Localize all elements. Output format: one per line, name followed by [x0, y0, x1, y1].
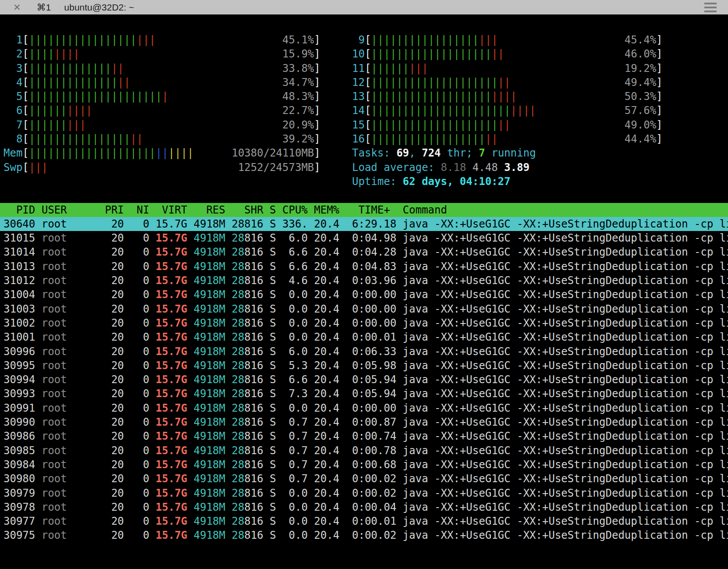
cell-shr-high: 28	[232, 274, 244, 287]
cell-state: S	[270, 487, 282, 499]
cell-virt: 15.7G	[156, 445, 187, 457]
meter-bracket: [	[22, 90, 29, 103]
process-row[interactable]: 30975 root 20 0 15.7G 4918M 28816 S 0.0 …	[0, 528, 728, 542]
cell-user: root	[42, 359, 105, 372]
cell-res: 4918M	[194, 274, 225, 287]
cell-pid: 30994	[4, 373, 42, 386]
meter-ticks-green: ||||||||||||||||||||	[371, 76, 498, 89]
cell-user: root	[42, 501, 105, 513]
spacer	[321, 76, 352, 89]
process-row[interactable]: 30993 root 20 0 15.7G 4918M 28816 S 7.3 …	[0, 387, 728, 401]
meter-bracket: [	[365, 104, 371, 117]
cell-time: 0:00.78	[346, 445, 403, 457]
cell-pid: 31003	[4, 303, 42, 315]
cell-shr-high: 28	[232, 445, 244, 457]
cell-command: java -XX:+UseG1GC -XX:+UseStringDeduplic…	[403, 218, 728, 230]
cell-cpu: 6.0	[282, 345, 314, 358]
spacer	[187, 388, 193, 400]
cell-shr-low: 816	[244, 487, 270, 499]
cell-pid: 30977	[4, 515, 42, 527]
meter-bracket: ]	[314, 90, 320, 103]
cell-mem: 20.4	[314, 515, 346, 527]
cell-pid: 30978	[4, 501, 42, 513]
cell-mem: 20.4	[314, 317, 346, 329]
process-row[interactable]: 31004 root 20 0 15.7G 4918M 28816 S 0.0 …	[0, 288, 728, 302]
cell-state: S	[270, 416, 282, 428]
meter-bracket: [	[22, 34, 29, 46]
process-row[interactable]: 30985 root 20 0 15.7G 4918M 28816 S 0.7 …	[0, 444, 728, 458]
meter-label: 8	[4, 133, 22, 145]
cell-cpu: 0.0	[282, 501, 314, 513]
cell-cpu: 6.6	[282, 373, 314, 386]
process-row[interactable]: 30978 root 20 0 15.7G 4918M 28816 S 0.0 …	[0, 500, 728, 514]
meter-bracket: ]	[656, 62, 662, 75]
meter-bracket: [	[22, 119, 29, 131]
spacer	[187, 416, 193, 428]
cell-mem: 20.4	[314, 416, 346, 428]
cell-pid: 31002	[4, 317, 42, 329]
tab-label[interactable]: ⌘1	[37, 2, 51, 13]
spacer	[225, 246, 232, 258]
process-row[interactable]: 31015 root 20 0 15.7G 4918M 28816 S 6.0 …	[0, 231, 728, 245]
cell-pri: 20	[105, 529, 130, 541]
process-row[interactable]: 30979 root 20 0 15.7G 4918M 28816 S 0.0 …	[0, 486, 728, 500]
cell-ni: 0	[130, 331, 156, 343]
process-row[interactable]: 30640 root 20 0 15.7G 4918M 28816 S 336.…	[0, 217, 728, 231]
spacer	[187, 402, 193, 414]
cell-shr-high: 28	[232, 246, 244, 258]
cell-command: java -XX:+UseG1GC -XX:+UseStringDeduplic…	[403, 515, 728, 527]
process-row[interactable]: 30980 root 20 0 15.7G 4918M 28816 S 0.7 …	[0, 472, 728, 486]
meter-ticks-green: |||||||||||||||||||	[371, 90, 492, 103]
meter-label: 15	[352, 119, 365, 131]
close-icon[interactable]: ✕	[13, 0, 21, 14]
process-row[interactable]: 31002 root 20 0 15.7G 4918M 28816 S 0.0 …	[0, 316, 728, 330]
process-row[interactable]: 31012 root 20 0 15.7G 4918M 28816 S 4.6 …	[0, 274, 728, 288]
hamburger-menu-icon[interactable]	[704, 3, 717, 12]
cell-cpu: 6.6	[282, 260, 314, 273]
process-row[interactable]: 30996 root 20 0 15.7G 4918M 28816 S 6.0 …	[0, 345, 728, 359]
cell-cpu: 0.7	[282, 430, 314, 442]
cell-ni: 0	[130, 430, 156, 442]
process-row[interactable]: 31001 root 20 0 15.7G 4918M 28816 S 0.0 …	[0, 330, 728, 344]
cell-state: S	[270, 345, 282, 358]
meter-bracket: [	[365, 76, 371, 89]
meter-value: 33.8%	[124, 62, 314, 75]
process-row[interactable]: 31014 root 20 0 15.7G 4918M 28816 S 6.6 …	[0, 245, 728, 259]
meter-label: 12	[352, 76, 365, 89]
cell-pid: 31001	[4, 331, 42, 343]
process-row[interactable]: 30994 root 20 0 15.7G 4918M 28816 S 6.6 …	[0, 373, 728, 387]
cell-time: 0:04.28	[346, 246, 403, 258]
cell-res: 4918M	[194, 402, 225, 414]
cell-shr-low: 816	[244, 317, 270, 329]
meter-value: 46.0%	[504, 48, 657, 60]
meter-ticks-green: |||||||||||||||||||||	[29, 90, 162, 103]
meter-ticks-red: |||	[409, 62, 428, 75]
cell-time: 0:05.98	[346, 359, 403, 372]
process-row[interactable]: 30977 root 20 0 15.7G 4918M 28816 S 0.0 …	[0, 514, 728, 528]
meter-bracket: ]	[314, 133, 320, 145]
process-row[interactable]: 31013 root 20 0 15.7G 4918M 28816 S 6.6 …	[0, 260, 728, 274]
process-row[interactable]: 30990 root 20 0 15.7G 4918M 28816 S 0.7 …	[0, 415, 728, 429]
cell-time: 0:04.98	[346, 232, 403, 244]
meter-label: 9	[352, 34, 365, 46]
process-row[interactable]: 30984 root 20 0 15.7G 4918M 28816 S 0.7 …	[0, 458, 728, 472]
cell-pri: 20	[105, 288, 130, 301]
cell-pid: 30975	[4, 529, 42, 541]
cell-virt: 15.7G	[156, 232, 187, 244]
meter-bracket: [	[365, 62, 371, 75]
process-row[interactable]: 30995 root 20 0 15.7G 4918M 28816 S 5.3 …	[0, 359, 728, 373]
cell-shr-low: 816	[244, 529, 270, 541]
table-header-row[interactable]: PID USER PRI NI VIRT RES SHR S CPU% MEM%…	[0, 203, 728, 217]
meter-bracket: ]	[656, 133, 662, 145]
spacer	[187, 430, 193, 442]
process-row[interactable]: 31003 root 20 0 15.7G 4918M 28816 S 0.0 …	[0, 302, 728, 316]
process-row[interactable]: 30991 root 20 0 15.7G 4918M 28816 S 0.0 …	[0, 401, 728, 415]
meter-ticks-red: |	[162, 90, 168, 103]
spacer	[225, 487, 232, 499]
cpu-meter-line: 8[|||||||||||||||||| 39.2%] 16[|||||||||…	[0, 132, 728, 146]
spacer	[321, 34, 352, 46]
cell-time: 0:05.94	[346, 373, 403, 386]
cell-cpu: 4.6	[282, 274, 314, 287]
process-row[interactable]: 30986 root 20 0 15.7G 4918M 28816 S 0.7 …	[0, 429, 728, 443]
cell-command: java -XX:+UseG1GC -XX:+UseStringDeduplic…	[403, 416, 728, 428]
